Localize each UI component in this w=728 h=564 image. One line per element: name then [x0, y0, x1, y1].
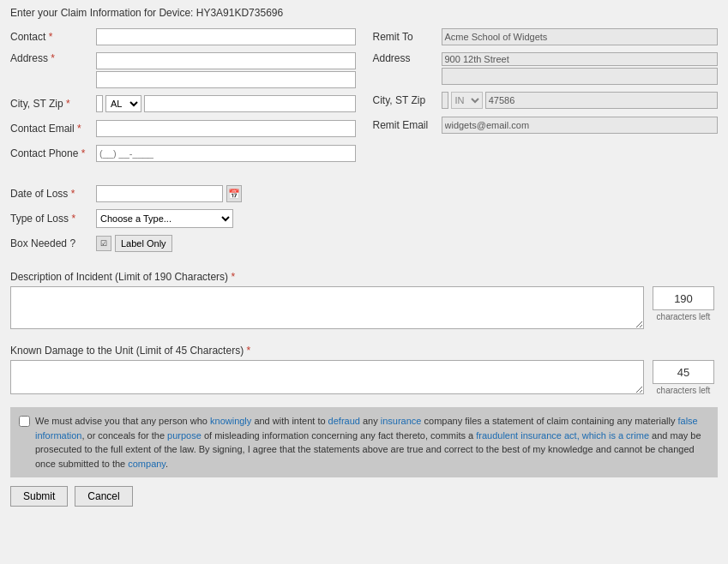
box-needed-checkbox[interactable]: ☑ — [96, 236, 111, 251]
type-of-loss-field-row: Type of Loss * Choose a Type... — [10, 209, 356, 228]
right-column: Remit To Acme School of Widgets Address … — [373, 27, 719, 255]
contact-email-input[interactable] — [96, 120, 356, 137]
date-of-loss-input[interactable] — [96, 185, 223, 202]
cancel-button[interactable]: Cancel — [75, 486, 132, 507]
form-grid: Contact * Address * City, ST Zi — [10, 27, 718, 255]
description-chars-left-label: characters left — [657, 312, 711, 321]
address-inputs — [96, 52, 356, 88]
damage-textarea-wrapper: 45 characters left — [10, 360, 718, 395]
box-needed-controls: ☑ Label Only — [96, 235, 172, 252]
remit-city-field-row: City, ST Zip IN — [373, 91, 719, 110]
box-needed-field-row: Box Needed ? ☑ Label Only — [10, 234, 356, 253]
remit-address-field-row: Address 900 12th Street — [373, 52, 719, 85]
damage-chars-left-label: characters left — [657, 386, 711, 395]
page-container: Enter your Claim Information for Device:… — [0, 0, 728, 564]
remit-city-input — [442, 92, 448, 109]
remit-address-inputs: 900 12th Street — [442, 52, 719, 85]
contact-phone-label: Contact Phone * — [10, 147, 96, 159]
type-of-loss-select[interactable]: Choose a Type... — [96, 209, 233, 228]
remit-to-value: Acme School of Widgets — [442, 28, 719, 45]
remit-city-st-zip: IN — [442, 92, 719, 109]
address-line2-input[interactable] — [96, 71, 356, 88]
date-of-loss-field-row: Date of Loss * 📅 — [10, 184, 356, 203]
remit-email-field-row: Remit Email — [373, 116, 719, 135]
description-section: Description of Incident (Limit of 190 Ch… — [10, 271, 718, 329]
type-of-loss-label: Type of Loss * — [10, 213, 96, 225]
address-label: Address * — [10, 52, 96, 64]
contact-email-field-row: Contact Email * — [10, 119, 356, 138]
description-char-count: 190 — [653, 286, 714, 310]
remit-email-input — [442, 117, 719, 134]
contact-phone-input[interactable] — [96, 145, 356, 162]
contact-phone-wrapper — [96, 145, 356, 162]
damage-char-counter: 45 characters left — [649, 360, 718, 395]
remit-state-select: IN — [451, 92, 483, 109]
description-label: Description of Incident (Limit of 190 Ch… — [10, 271, 718, 283]
damage-section: Known Damage to the Unit (Limit of 45 Ch… — [10, 345, 718, 395]
state-select[interactable]: ALAKAZAR CACOCTDE FLGAHIID ILINIAKS KYLA… — [105, 95, 141, 112]
remit-to-label: Remit To — [373, 31, 442, 43]
legal-text: We must advise you that any person who k… — [35, 414, 709, 471]
city-st-zip-label: City, ST Zip * — [10, 98, 96, 110]
address-field-row: Address * — [10, 52, 356, 88]
description-textarea[interactable] — [10, 286, 644, 329]
date-of-loss-label: Date of Loss * — [10, 188, 96, 200]
damage-char-count: 45 — [653, 360, 714, 384]
contact-input-wrapper — [96, 28, 356, 45]
damage-label: Known Damage to the Unit (Limit of 45 Ch… — [10, 345, 718, 357]
contact-email-wrapper — [96, 120, 356, 137]
damage-textarea[interactable] — [10, 360, 644, 394]
city-st-zip-field-row: City, ST Zip * ALAKAZAR CACOCTDE FLGAHII… — [10, 94, 356, 113]
button-row: Submit Cancel — [10, 486, 718, 507]
calendar-icon[interactable]: 📅 — [226, 185, 242, 202]
remit-zip-input — [485, 92, 718, 109]
contact-input[interactable] — [96, 28, 356, 45]
remit-address-line1: 900 12th Street — [442, 52, 719, 66]
label-only-button[interactable]: Label Only — [115, 235, 172, 252]
date-row: 📅 — [96, 185, 242, 202]
city-input[interactable] — [96, 95, 103, 112]
remit-city-label: City, ST Zip — [373, 94, 442, 106]
box-needed-label: Box Needed ? — [10, 237, 96, 249]
city-st-zip-inputs: ALAKAZAR CACOCTDE FLGAHIID ILINIAKS KYLA… — [96, 95, 356, 112]
contact-phone-field-row: Contact Phone * — [10, 144, 356, 163]
description-char-counter: 190 characters left — [649, 286, 718, 321]
remit-address-label: Address — [373, 52, 442, 64]
description-textarea-wrapper: 190 characters left — [10, 286, 718, 329]
legal-checkbox[interactable] — [19, 416, 30, 427]
page-title: Enter your Claim Information for Device:… — [10, 7, 718, 19]
zip-input[interactable] — [144, 95, 356, 112]
submit-button[interactable]: Submit — [10, 486, 68, 507]
contact-field-row: Contact * — [10, 27, 356, 46]
contact-email-label: Contact Email * — [10, 123, 96, 135]
legal-section: We must advise you that any person who k… — [10, 407, 718, 477]
left-column: Contact * Address * City, ST Zi — [10, 27, 356, 255]
remit-email-label: Remit Email — [373, 119, 442, 131]
contact-label: Contact * — [10, 31, 96, 43]
address-line1-input[interactable] — [96, 52, 356, 69]
remit-address-line2 — [442, 68, 719, 85]
remit-to-field-row: Remit To Acme School of Widgets — [373, 27, 719, 46]
